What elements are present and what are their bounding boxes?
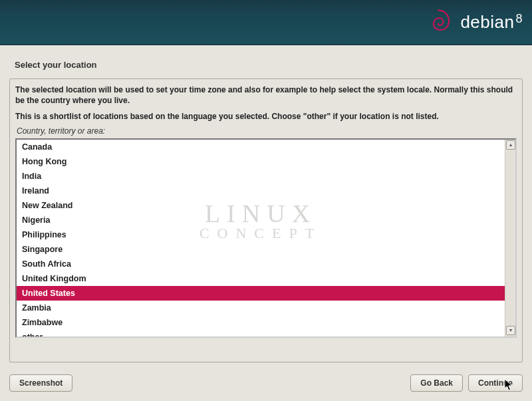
list-item[interactable]: United States xyxy=(17,286,505,301)
list-item[interactable]: Nigeria xyxy=(17,213,505,227)
installer-header: debian8 xyxy=(0,0,532,45)
list-label: Country, territory or area: xyxy=(15,126,517,136)
location-list-container: LINUX CONCEPT CanadaHong KongIndiaIrelan… xyxy=(15,138,517,338)
list-item[interactable]: New Zealand xyxy=(17,198,505,213)
list-item[interactable]: United Kingdom xyxy=(17,271,505,286)
scroll-down-button[interactable]: ▾ xyxy=(506,326,515,335)
list-item[interactable]: India xyxy=(17,169,505,184)
go-back-button[interactable]: Go Back xyxy=(410,374,463,392)
list-item[interactable]: Ireland xyxy=(17,184,505,198)
footer-bar: Screenshot Go Back Continue xyxy=(9,374,523,392)
scroll-up-button[interactable]: ▴ xyxy=(506,140,515,150)
screenshot-button[interactable]: Screenshot xyxy=(9,374,72,392)
location-list[interactable]: LINUX CONCEPT CanadaHong KongIndiaIrelan… xyxy=(17,140,505,336)
main-panel: The selected location will be used to se… xyxy=(9,78,523,362)
list-item[interactable]: Zambia xyxy=(17,301,505,315)
list-item[interactable]: Philippines xyxy=(17,227,505,242)
list-item[interactable]: Hong Kong xyxy=(17,154,505,169)
scrollbar[interactable]: ▴ ▾ xyxy=(505,140,515,336)
list-item[interactable]: Singapore xyxy=(17,242,505,257)
subdescription-text: This is a shortlist of locations based o… xyxy=(15,111,517,122)
list-item[interactable]: South Africa xyxy=(17,257,505,271)
debian-swirl-icon xyxy=(422,5,455,39)
list-item[interactable]: Zimbabwe xyxy=(17,315,505,330)
continue-button[interactable]: Continue xyxy=(468,374,523,392)
brand-text: debian8 xyxy=(460,12,523,33)
list-item[interactable]: other xyxy=(17,330,505,336)
description-text: The selected location will be used to se… xyxy=(15,84,517,106)
page-title: Select your location xyxy=(15,60,97,70)
list-item[interactable]: Canada xyxy=(17,140,505,154)
debian-logo: debian8 xyxy=(422,5,523,39)
